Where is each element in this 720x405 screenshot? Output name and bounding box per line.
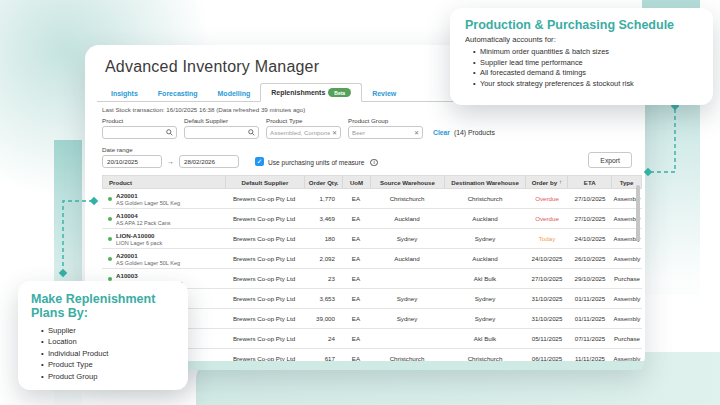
callout-intro: Automatically accounts for: <box>465 35 698 44</box>
supplier-filter-box[interactable] <box>184 126 259 139</box>
eta-cell: 29/10/2025 <box>568 275 612 282</box>
supplier-cell: Brewers Co-op Pty Ltd <box>224 315 304 322</box>
destination-warehouse-cell: Sydney <box>444 235 526 242</box>
column-header[interactable]: Product <box>103 176 225 188</box>
filter-default-supplier: Default Supplier <box>184 117 259 139</box>
stock-status-dot <box>108 257 112 261</box>
table-row[interactable]: LION-A10000 LION Lager 6 pack Brewers Co… <box>102 229 642 249</box>
column-header[interactable]: Default Supplier <box>225 176 305 188</box>
stock-status-dot <box>108 197 112 201</box>
destination-warehouse-cell: Akl Bulk <box>444 275 526 282</box>
product-code: A20001 <box>116 252 180 259</box>
arrow-right-icon: → <box>167 158 174 165</box>
type-cell: Assembly <box>612 315 642 322</box>
source-warehouse-cell: Sydney <box>370 295 444 302</box>
destination-warehouse-cell: Sydney <box>444 295 526 302</box>
check-icon: ✓ <box>257 158 263 165</box>
filter-label: Default Supplier <box>184 117 259 124</box>
product-type-input[interactable] <box>270 129 330 136</box>
uom-checkbox-label: Use purchasing units of measure <box>268 159 364 166</box>
source-warehouse-cell: Auckland <box>370 255 444 262</box>
product-group-filter-box[interactable]: ✕ <box>348 126 423 139</box>
destination-warehouse-cell: Auckland <box>444 215 526 222</box>
product-type-filter-box[interactable]: ✕ <box>266 126 341 139</box>
tab[interactable]: Modelling <box>208 86 261 101</box>
date-from-input[interactable] <box>107 158 157 165</box>
product-cell: LION-A10000 LION Lager 6 pack <box>102 232 224 246</box>
tab-label: Insights <box>111 90 138 97</box>
product-search-input[interactable] <box>106 129 166 136</box>
column-header[interactable]: Order Qty. <box>304 176 342 188</box>
source-warehouse-cell: Sydney <box>370 315 444 322</box>
uom-checkbox[interactable]: ✓ <box>255 157 264 166</box>
product-filter-box[interactable] <box>102 126 177 139</box>
info-icon[interactable]: i <box>370 159 378 167</box>
order-qty-cell: 3,469 <box>304 215 342 222</box>
clear-filter-icon[interactable]: ✕ <box>414 130 419 136</box>
column-header-label: UoM <box>350 179 363 186</box>
supplier-cell: Brewers Co-op Pty Ltd <box>224 335 304 342</box>
filter-product-type: Product Type ✕ <box>266 117 341 139</box>
table-row[interactable]: A20001 AS Golden Lager 50L Keg Brewers C… <box>102 249 642 269</box>
callout-bullet: Location <box>48 336 175 347</box>
tab-label: Review <box>372 90 396 97</box>
table-row[interactable]: A20001 AS Golden Lager 50L Keg Brewers C… <box>102 189 642 209</box>
date-from-box[interactable] <box>102 155 162 168</box>
uom-cell: EA <box>342 315 370 322</box>
callout-bullet-list: Minimum order quantities & batch sizesSu… <box>465 47 698 89</box>
column-header[interactable]: Order by ↑ <box>525 176 567 188</box>
callout-bullet: Supplier lead time performance <box>480 58 698 69</box>
destination-warehouse-cell: Sydney <box>444 315 526 322</box>
column-header[interactable]: Destination Warehouse <box>444 176 526 188</box>
export-button[interactable]: Export <box>588 152 632 168</box>
product-code: A20001 <box>116 192 180 199</box>
column-header-label: ETA <box>584 179 596 186</box>
order-by-cell: 31/10/2025 <box>526 295 568 302</box>
source-warehouse-cell: Sydney <box>370 235 444 242</box>
column-header-label: Type <box>620 179 634 186</box>
uom-cell: EA <box>342 215 370 222</box>
column-header-label: Order Qty. <box>309 179 339 186</box>
supplier-cell: Brewers Co-op Pty Ltd <box>224 195 304 202</box>
callout-bullet: Your stock strategy preferences & stocko… <box>480 79 698 90</box>
filter-product: Product <box>102 117 177 139</box>
date-range-group: Date range → <box>102 146 239 168</box>
date-to-box[interactable] <box>179 155 239 168</box>
last-transaction-status: Last Stock transaction: 16/10/2025 16:38… <box>102 106 635 113</box>
destination-warehouse-cell: Christchurch <box>444 195 526 202</box>
column-header[interactable]: Source Warehouse <box>370 176 444 188</box>
eta-cell: 01/11/2025 <box>568 295 612 302</box>
tab[interactable]: Forecasting <box>148 86 208 101</box>
product-name: LION Lager 6 pack <box>116 240 162 246</box>
column-header[interactable]: ETA <box>567 176 611 188</box>
tab[interactable]: Replenishments Beta <box>260 83 362 102</box>
table-scrollbar[interactable] <box>636 185 640 241</box>
callout-bullet: Supplier <box>48 325 175 336</box>
stock-status-dot <box>108 217 112 221</box>
type-cell: Purchase <box>612 335 642 342</box>
order-by-cell: Today <box>526 235 568 242</box>
uom-cell: EA <box>342 195 370 202</box>
tab[interactable]: Insights <box>101 86 148 101</box>
product-cell: A10004 AS APA 12 Pack Cans <box>102 212 224 226</box>
column-header[interactable]: UoM <box>342 176 370 188</box>
sort-ascending-icon: ↑ <box>559 179 562 185</box>
clear-filter-icon[interactable]: ✕ <box>332 130 337 136</box>
products-count: (14) Products <box>454 129 495 136</box>
order-by-cell: Overdue <box>526 195 568 202</box>
tab-label: Forecasting <box>158 90 198 97</box>
callout-bullet: All forecasted demand & timings <box>480 68 698 79</box>
tab[interactable]: Review <box>362 86 406 101</box>
callout-bullet-list: SupplierLocationIndividual ProductProduc… <box>31 325 175 382</box>
date-to-input[interactable] <box>184 158 234 165</box>
supplier-search-input[interactable] <box>188 129 248 136</box>
table-row[interactable]: A10004 AS APA 12 Pack Cans Brewers Co-op… <box>102 209 642 229</box>
clear-filters-link[interactable]: Clear <box>433 129 450 136</box>
callout-bullet: Individual Product <box>48 348 175 359</box>
supplier-cell: Brewers Co-op Pty Ltd <box>224 235 304 242</box>
product-group-input[interactable] <box>352 129 412 136</box>
stock-status-dot <box>108 237 112 241</box>
uom-cell: EA <box>342 275 370 282</box>
order-qty-cell: 2,092 <box>304 255 342 262</box>
uom-cell: EA <box>342 235 370 242</box>
